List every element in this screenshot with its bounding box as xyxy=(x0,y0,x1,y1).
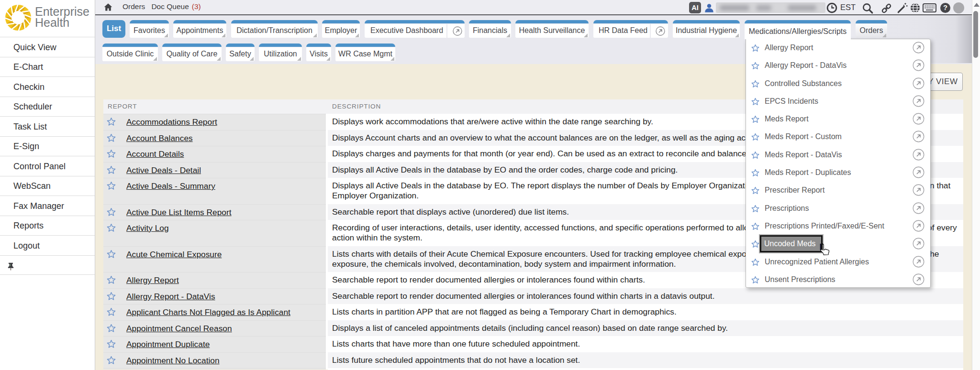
svg-text:?: ? xyxy=(943,4,947,11)
